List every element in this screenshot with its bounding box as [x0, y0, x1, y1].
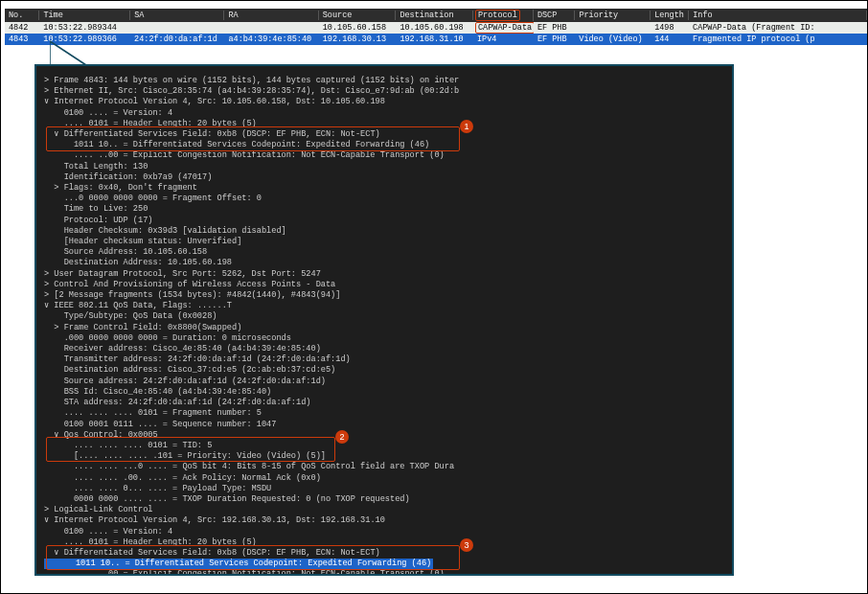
cell-dscp: EF PHB	[534, 23, 575, 33]
cell-src: 10.105.60.158	[319, 23, 397, 33]
protocol-highlight: Protocol	[475, 10, 520, 21]
detail-line[interactable]: .... ..00 = Explicit Congestion Notifica…	[44, 569, 724, 576]
callout-badge-1: 1	[460, 120, 473, 133]
cell-dst: 10.105.60.198	[396, 23, 473, 33]
detail-line[interactable]: Source Address: 10.105.60.158	[44, 247, 724, 258]
detail-line[interactable]: [Header checksum status: Unverified]	[44, 237, 724, 247]
packet-row[interactable]: 4842 10:53:22.989344 10.105.60.158 10.10…	[5, 22, 867, 34]
detail-line[interactable]: 0100 .... = Version: 4	[44, 108, 724, 119]
cell-prio: Video (Video)	[575, 34, 651, 44]
detail-line[interactable]: 0100 0001 0111 .... = Sequence number: 1…	[44, 420, 724, 430]
col-length[interactable]: Length	[651, 11, 689, 20]
detail-line[interactable]: .... .... .... 0101 = TID: 5	[44, 441, 724, 451]
selected-field: 1011 10.. = Differentiated Services Code…	[44, 559, 433, 569]
detail-line[interactable]: Destination Address: 10.105.60.198	[44, 258, 724, 268]
protocol-highlight: CAPWAP-Data	[475, 22, 534, 34]
detail-line[interactable]: Receiver address: Cisco_4e:85:40 (a4:b4:…	[44, 344, 724, 354]
detail-line[interactable]: .... 0101 = Header Length: 20 bytes (5)	[44, 537, 724, 548]
detail-line[interactable]: [.... .... .... .101 = Priority: Video (…	[44, 451, 724, 462]
table-header-row: No. Time SA RA Source Destination Protoc…	[5, 9, 867, 22]
detail-line[interactable]: Type/Subtype: QoS Data (0x0028)	[44, 311, 724, 322]
detail-line[interactable]: > Flags: 0x40, Don't fragment	[44, 183, 724, 194]
col-info[interactable]: Info	[689, 11, 867, 20]
detail-line[interactable]: Identification: 0xb7a9 (47017)	[44, 172, 724, 183]
detail-line[interactable]: ∨ Differentiated Services Field: 0xb8 (D…	[44, 129, 724, 140]
detail-line[interactable]: BSS Id: Cisco_4e:85:40 (a4:b4:39:4e:85:4…	[44, 387, 724, 398]
cell-len: 1498	[651, 23, 689, 33]
cell-dscp: EF PHB	[534, 34, 575, 44]
detail-line[interactable]: ∨ Differentiated Services Field: 0xb8 (D…	[44, 548, 724, 559]
cell-no: 4843	[5, 34, 39, 44]
col-ra[interactable]: RA	[224, 11, 318, 20]
col-time[interactable]: Time	[39, 11, 130, 20]
cell-no: 4842	[5, 23, 39, 33]
detail-line[interactable]: > User Datagram Protocol, Src Port: 5262…	[44, 269, 724, 280]
detail-line[interactable]: Total Length: 130	[44, 162, 724, 172]
detail-line[interactable]: Destination address: Cisco_37:cd:e5 (2c:…	[44, 365, 724, 376]
detail-line[interactable]: STA address: 24:2f:d0:da:af:1d (24:2f:d0…	[44, 398, 724, 408]
detail-line[interactable]: ∨ Internet Protocol Version 4, Src: 192.…	[44, 515, 724, 526]
svg-line-1	[50, 41, 86, 65]
detail-line[interactable]: ∨ Internet Protocol Version 4, Src: 10.1…	[44, 97, 724, 107]
col-no[interactable]: No.	[5, 11, 39, 20]
detail-line[interactable]: > [2 Message fragments (1534 bytes): #48…	[44, 290, 724, 301]
cell-time: 10:53:22.989344	[39, 23, 130, 33]
cell-proto: CAPWAP-Data	[473, 22, 534, 34]
cell-ra: a4:b4:39:4e:85:40	[224, 34, 318, 44]
detail-line[interactable]: Transmitter address: 24:2f:d0:da:af:1d (…	[44, 354, 724, 365]
col-source[interactable]: Source	[319, 11, 397, 20]
cell-info: CAPWAP-Data (Fragment ID:	[689, 23, 867, 33]
col-destination[interactable]: Destination	[396, 11, 473, 20]
detail-line[interactable]: .... .... ...0 .... = QoS bit 4: Bits 8-…	[44, 462, 724, 472]
cell-src: 192.168.30.13	[319, 34, 397, 44]
detail-line[interactable]: > Ethernet II, Src: Cisco_28:35:74 (a4:b…	[44, 86, 724, 97]
detail-line[interactable]: .000 0000 0000 0000 = Duration: 0 micros…	[44, 333, 724, 344]
detail-line[interactable]: > Control And Provisioning of Wireless A…	[44, 280, 724, 290]
detail-line[interactable]: .... .... .... 0101 = Fragment number: 5	[44, 408, 724, 419]
detail-line[interactable]: ...0 0000 0000 0000 = Fragment Offset: 0	[44, 194, 724, 204]
detail-line[interactable]: 0000 0000 .... .... = TXOP Duration Requ…	[44, 494, 724, 505]
cell-dst: 192.168.31.10	[396, 34, 473, 44]
detail-line[interactable]: .... .... .00. .... = Ack Policy: Normal…	[44, 473, 724, 484]
detail-line[interactable]: .... .... 0... .... = Payload Type: MSDU	[44, 484, 724, 494]
detail-line[interactable]: > Frame Control Field: 0x8800(Swapped)	[44, 323, 724, 333]
cell-info: Fragmented IP protocol (p	[689, 34, 867, 44]
detail-line-selected[interactable]: 1011 10.. = Differentiated Services Code…	[44, 559, 724, 569]
detail-line[interactable]: ∨ Qos Control: 0x0005	[44, 430, 724, 441]
detail-line[interactable]: Time to Live: 250	[44, 204, 724, 215]
cell-len: 144	[651, 34, 689, 44]
col-priority[interactable]: Priority	[575, 11, 651, 20]
detail-line[interactable]: > Logical-Link Control	[44, 505, 724, 515]
detail-line[interactable]: 1011 10.. = Differentiated Services Code…	[44, 140, 724, 150]
cell-proto: IPv4	[473, 34, 534, 44]
callout-badge-2: 2	[335, 430, 349, 444]
detail-line[interactable]: .... 0101 = Header Length: 20 bytes (5)	[44, 119, 724, 129]
detail-line[interactable]: .... ..00 = Explicit Congestion Notifica…	[44, 150, 724, 161]
col-sa[interactable]: SA	[130, 11, 224, 20]
detail-line[interactable]: ∨ IEEE 802.11 QoS Data, Flags: ......T	[44, 301, 724, 311]
packet-row-selected[interactable]: 4843 10:53:22.989366 24:2f:d0:da:af:1d a…	[5, 34, 867, 45]
detail-line[interactable]: > Frame 4843: 144 bytes on wire (1152 bi…	[44, 76, 724, 86]
packet-detail-pane[interactable]: > Frame 4843: 144 bytes on wire (1152 bi…	[34, 64, 734, 576]
col-protocol[interactable]: Protocol	[473, 10, 534, 21]
col-dscp[interactable]: DSCP	[534, 11, 575, 20]
detail-line[interactable]: Header Checksum: 0x39d3 [validation disa…	[44, 226, 724, 237]
cell-sa: 24:2f:d0:da:af:1d	[130, 34, 224, 44]
callout-badge-3: 3	[460, 538, 473, 552]
detail-line[interactable]: Protocol: UDP (17)	[44, 216, 724, 226]
packet-list-table: No. Time SA RA Source Destination Protoc…	[5, 9, 867, 45]
detail-line[interactable]: Source address: 24:2f:d0:da:af:1d (24:2f…	[44, 377, 724, 387]
detail-line[interactable]: 0100 .... = Version: 4	[44, 527, 724, 537]
